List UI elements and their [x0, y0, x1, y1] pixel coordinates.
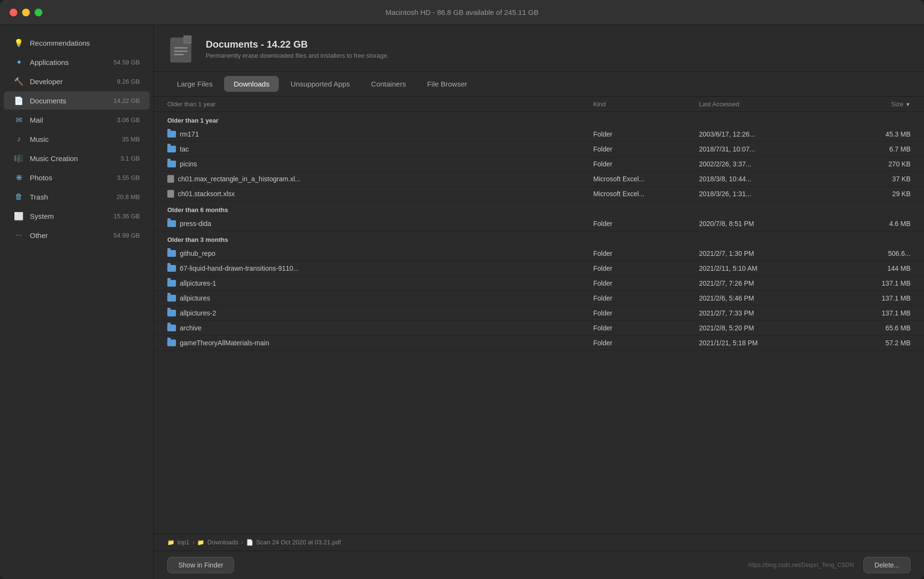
sidebar-item-photos[interactable]: ❋ Photos 3.55 GB: [4, 168, 150, 187]
col-name: Older than 1 year: [167, 101, 593, 108]
show-in-finder-button[interactable]: Show in Finder: [167, 557, 234, 573]
apps-icon: ✦: [13, 57, 24, 67]
tab-large-files[interactable]: Large Files: [167, 76, 222, 92]
wrench-icon: 🔨: [13, 76, 24, 87]
cell-name: allpictures: [167, 294, 593, 302]
cell-accessed: 2021/2/7, 7:26 PM: [699, 279, 834, 287]
table-row[interactable]: ch01.max_rectangle_in_a_histogram.xl... …: [154, 172, 924, 187]
sidebar-item-other[interactable]: ··· Other 54.99 GB: [4, 226, 150, 244]
col-size[interactable]: Size ▼: [834, 101, 911, 108]
cell-accessed: 2018/3/8, 10:44...: [699, 175, 834, 183]
folder-icon: [167, 340, 176, 346]
cell-name: allpictures-1: [167, 279, 593, 287]
cell-kind: Folder: [593, 324, 699, 332]
table-row[interactable]: ch01.stacksort.xlsx Microsoft Excel... 2…: [154, 187, 924, 201]
cell-name: 67-liquid-hand-drawn-transitions-9110...: [167, 264, 593, 272]
col-last-accessed: Last Accessed: [699, 101, 834, 108]
panel-header-text: Documents - 14.22 GB Permanently erase d…: [206, 39, 389, 59]
table-row[interactable]: archive Folder 2021/2/8, 5:20 PM 65.6 MB: [154, 321, 924, 336]
svg-rect-3: [174, 54, 184, 55]
table-row[interactable]: gameTheoryAllMaterials-main Folder 2021/…: [154, 336, 924, 351]
svg-rect-2: [174, 50, 187, 52]
folder-icon: [167, 161, 176, 167]
section-header-1yr: Older than 1 year: [154, 112, 924, 127]
cell-accessed: 2021/1/21, 5:18 PM: [699, 339, 834, 347]
cell-size: 37 KB: [834, 175, 911, 183]
table-row[interactable]: allpictures-2 Folder 2021/2/7, 7:33 PM 1…: [154, 306, 924, 321]
photos-icon: ❋: [13, 172, 24, 183]
cell-kind: Folder: [593, 160, 699, 168]
tab-downloads[interactable]: Downloads: [224, 76, 279, 92]
folder-icon: [167, 325, 176, 331]
maximize-button[interactable]: [35, 9, 42, 16]
cell-kind: Folder: [593, 145, 699, 153]
table-row[interactable]: picins Folder 2002/2/26, 3:37... 270 KB: [154, 157, 924, 172]
cell-kind: Folder: [593, 220, 699, 227]
cell-name: press-dida: [167, 220, 593, 227]
other-icon: ···: [13, 230, 24, 240]
file-icon: [167, 190, 174, 198]
sort-arrow-icon: ▼: [905, 101, 911, 107]
breadcrumb-item-1: top1: [177, 539, 189, 546]
cell-name: picins: [167, 160, 593, 168]
delete-button[interactable]: Delete...: [863, 557, 911, 573]
cell-size: 270 KB: [834, 160, 911, 168]
sidebar-item-mail[interactable]: ✉ Mail 3.06 GB: [4, 111, 150, 129]
cell-size: 506.6...: [834, 250, 911, 257]
breadcrumb: 📁 top1 › 📁 Downloads › 📄 Scan 24 Oct 202…: [154, 533, 924, 551]
file-table: Older than 1 year Kind Last Accessed Siz…: [154, 97, 924, 533]
close-button[interactable]: [10, 9, 17, 16]
panel-header-icon: [167, 35, 196, 63]
folder-icon: [167, 146, 176, 152]
sidebar-item-trash[interactable]: 🗑 Trash 20.8 MB: [4, 188, 150, 206]
table-row[interactable]: rm171 Folder 2003/6/17, 12:26... 45.3 MB: [154, 127, 924, 142]
music-icon: ♪: [13, 134, 24, 144]
minimize-button[interactable]: [22, 9, 30, 16]
table-row[interactable]: allpictures-1 Folder 2021/2/7, 7:26 PM 1…: [154, 276, 924, 291]
table-row[interactable]: allpictures Folder 2021/2/6, 5:46 PM 137…: [154, 291, 924, 306]
folder-icon: [167, 131, 176, 138]
cell-name: ch01.max_rectangle_in_a_histogram.xl...: [167, 175, 593, 183]
panel-subtitle: Permanently erase downloaded files and i…: [206, 52, 389, 59]
sidebar-item-applications[interactable]: ✦ Applications 54.59 GB: [4, 53, 150, 71]
sidebar-item-developer[interactable]: 🔨 Developer 9.26 GB: [4, 72, 150, 90]
document-icon: 📄: [13, 95, 24, 106]
bottom-bar: Show in Finder https://blog.csdn.net/Deq…: [154, 551, 924, 579]
sidebar-item-music[interactable]: ♪ Music 35 MB: [4, 130, 150, 148]
breadcrumb-arrow-2: ›: [241, 539, 243, 546]
cell-accessed: 2021/2/8, 5:20 PM: [699, 324, 834, 332]
tab-unsupported-apps[interactable]: Unsupported Apps: [281, 76, 359, 92]
folder-icon: [167, 310, 176, 316]
cell-accessed: 2020/7/8, 8:51 PM: [699, 220, 834, 227]
folder-icon: [167, 265, 176, 272]
title-bar: Macintosh HD - 86.8 GB available of 245.…: [0, 0, 924, 25]
sidebar-item-system[interactable]: ⬜ System 15.36 GB: [4, 207, 150, 225]
sidebar-item-recommendations[interactable]: 💡 Recommendations: [4, 34, 150, 52]
breadcrumb-arrow-1: ›: [192, 539, 194, 546]
breadcrumb-folder-icon-2: 📁: [197, 539, 204, 546]
folder-icon: [167, 280, 176, 287]
cell-size: 137.1 MB: [834, 279, 911, 287]
table-row[interactable]: 67-liquid-hand-drawn-transitions-9110...…: [154, 261, 924, 276]
table-row[interactable]: tac Folder 2018/7/31, 10:07... 6.7 MB: [154, 142, 924, 157]
cell-accessed: 2021/2/11, 5:10 AM: [699, 264, 834, 272]
cell-kind: Microsoft Excel...: [593, 190, 699, 198]
breadcrumb-item-2: Downloads: [207, 539, 238, 546]
cell-name: tac: [167, 145, 593, 153]
table-row[interactable]: github_repo Folder 2021/2/7, 1:30 PM 506…: [154, 246, 924, 261]
sidebar-item-music-creation[interactable]: 🎼 Music Creation 3.1 GB: [4, 149, 150, 167]
breadcrumb-file-icon: 📄: [246, 539, 253, 546]
panel-title: Documents - 14.22 GB: [206, 39, 389, 50]
folder-icon: [167, 220, 176, 227]
table-row[interactable]: press-dida Folder 2020/7/8, 8:51 PM 4.6 …: [154, 216, 924, 231]
music-creation-icon: 🎼: [13, 153, 24, 164]
cell-kind: Folder: [593, 250, 699, 257]
documents-icon: [169, 35, 194, 63]
tab-file-browser[interactable]: File Browser: [417, 76, 476, 92]
cell-size: 6.7 MB: [834, 145, 911, 153]
cell-name: github_repo: [167, 250, 593, 257]
tab-containers[interactable]: Containers: [362, 76, 416, 92]
cell-size: 45.3 MB: [834, 130, 911, 138]
sidebar-item-documents[interactable]: 📄 Documents 14.22 GB: [4, 91, 150, 110]
folder-icon: [167, 295, 176, 302]
